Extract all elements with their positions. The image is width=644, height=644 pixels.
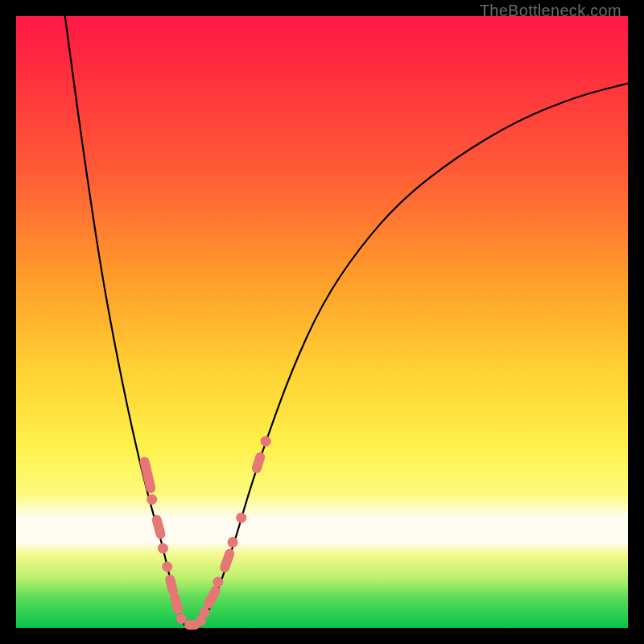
right-curve — [200, 84, 628, 625]
markers-bottom — [184, 620, 200, 630]
curve-marker-pill — [202, 584, 222, 610]
curve-marker-dot — [213, 577, 223, 588]
curve-marker-dot — [147, 494, 157, 505]
markers-left — [138, 456, 186, 624]
curve-marker-dot — [261, 436, 271, 447]
curve-marker-pill — [169, 592, 184, 615]
left-curve — [65, 16, 184, 625]
curve-marker-pill — [250, 451, 266, 474]
curve-marker-dot — [162, 562, 172, 572]
curve-marker-pill — [151, 514, 166, 539]
curve-marker-bottom-bar — [184, 620, 200, 630]
chart-frame: TheBottleneck.com — [16, 16, 628, 628]
markers-right — [196, 436, 271, 626]
curve-marker-dot — [236, 513, 246, 523]
curve-marker-pill — [138, 456, 156, 493]
curve-marker-pill — [164, 573, 179, 597]
curve-marker-dot — [176, 613, 187, 624]
curve-marker-dot — [158, 543, 168, 554]
curve-marker-dot — [200, 608, 210, 618]
chart-svg — [16, 16, 628, 628]
curve-marker-pill — [219, 547, 236, 574]
curve-marker-dot — [228, 537, 238, 547]
